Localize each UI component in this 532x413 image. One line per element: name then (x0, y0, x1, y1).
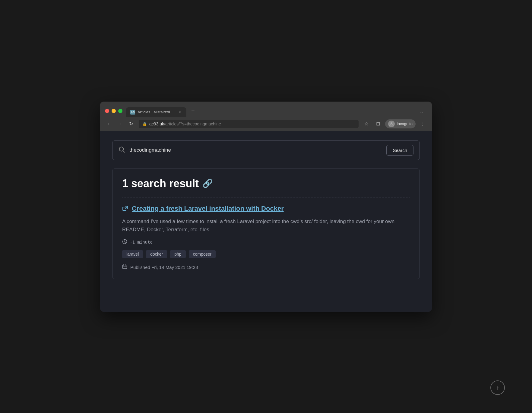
address-path: /articles/?s=thecodingmachine (164, 121, 221, 126)
address-text: ac93.uk/articles/?s=thecodingmachine (149, 121, 221, 126)
maximize-window-button[interactable] (118, 109, 122, 113)
new-tab-button[interactable]: + (188, 105, 198, 117)
lock-icon: 🔒 (142, 122, 147, 126)
search-button[interactable]: Search (386, 145, 413, 156)
read-time-value: ~1 minute (130, 240, 153, 244)
active-tab[interactable]: AC Articles | alistaircol × (126, 107, 186, 117)
bookmark-button[interactable]: ☆ (362, 120, 371, 128)
search-icon (119, 146, 125, 154)
link-icon[interactable]: 🔗 (202, 178, 213, 188)
svg-line-2 (123, 150, 125, 152)
published-row: Published Fri, 14 May 2021 19:28 (122, 264, 410, 270)
tabs-area: AC Articles | alistaircol × + ⌄ (126, 105, 427, 117)
forward-button[interactable]: → (116, 120, 124, 128)
toolbar: ← → ↻ 🔒 ac93.uk/articles/?s=thecodingmac… (100, 117, 432, 131)
svg-line-7 (125, 242, 126, 242)
avatar (388, 121, 395, 127)
svg-rect-8 (123, 265, 127, 269)
tag-composer[interactable]: composer (189, 250, 216, 258)
article-description: A command I've used a few times to insta… (122, 217, 410, 234)
scroll-top-icon: ↑ (496, 384, 499, 391)
address-domain: ac93.uk (149, 121, 164, 126)
title-bar: AC Articles | alistaircol × + ⌄ (100, 102, 432, 117)
section-divider (122, 197, 410, 197)
close-window-button[interactable] (105, 109, 109, 113)
traffic-lights (105, 109, 122, 113)
search-input[interactable] (129, 147, 382, 153)
toolbar-actions: ☆ ⊡ Incognito ⋮ (362, 119, 427, 128)
results-count-text: 1 search result (122, 177, 199, 190)
external-link-icon (122, 206, 128, 213)
article-link-row: Creating a fresh Laravel installation wi… (122, 205, 410, 213)
tab-favicon: AC (130, 110, 135, 115)
minimize-window-button[interactable] (112, 109, 116, 113)
read-time: ~1 minute (122, 239, 410, 245)
article-title[interactable]: Creating a fresh Laravel installation wi… (132, 205, 284, 213)
results-container: 1 search result 🔗 Creating a fresh Larav… (112, 169, 420, 279)
tab-title: Articles | alistaircol (138, 110, 175, 114)
profile-name: Incognito (397, 121, 413, 126)
tabs-dropdown-button[interactable]: ⌄ (416, 106, 427, 117)
published-date: Published Fri, 14 May 2021 19:28 (130, 265, 198, 270)
results-heading: 1 search result 🔗 (122, 177, 410, 190)
tag-php[interactable]: php (170, 250, 185, 258)
clock-icon (122, 239, 127, 245)
split-view-button[interactable]: ⊡ (374, 120, 382, 128)
tag-laravel[interactable]: laravel (122, 250, 143, 258)
tag-docker[interactable]: docker (146, 250, 167, 258)
page-content: Search 1 search result 🔗 Creating a fres… (100, 131, 432, 312)
scroll-to-top-button[interactable]: ↑ (490, 380, 505, 395)
back-button[interactable]: ← (105, 120, 113, 128)
nav-buttons: ← → ↻ (105, 120, 135, 128)
profile-button[interactable]: Incognito (385, 119, 416, 128)
tab-close-button[interactable]: × (177, 110, 182, 115)
search-bar: Search (112, 140, 420, 160)
svg-line-4 (125, 206, 128, 209)
tags-list: laravel docker php composer (122, 250, 410, 258)
more-options-button[interactable]: ⋮ (419, 120, 427, 128)
address-bar[interactable]: 🔒 ac93.uk/articles/?s=thecodingmachine (139, 120, 359, 128)
svg-rect-3 (123, 207, 126, 210)
browser-window: AC Articles | alistaircol × + ⌄ ← → ↻ 🔒 … (100, 102, 432, 312)
refresh-button[interactable]: ↻ (127, 120, 135, 128)
calendar-icon (122, 264, 127, 270)
